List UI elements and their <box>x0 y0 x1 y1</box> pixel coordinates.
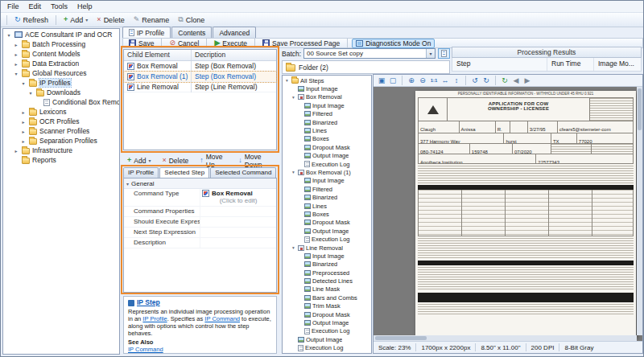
sidebar-item-separation-profiles[interactable]: ▸ Separation Profiles <box>3 136 119 146</box>
select-tool-icon[interactable]: ▣ <box>377 76 386 85</box>
sidebar-item-conditional-box-removal[interactable]: Conditional Box Removal <box>3 97 119 107</box>
vertical-scrollbar[interactable] <box>637 87 642 335</box>
rotate-right-icon[interactable]: ↻ <box>481 76 491 85</box>
expander-icon[interactable]: ▾ <box>20 80 27 86</box>
tree-item[interactable]: Lines <box>283 202 371 210</box>
save-button[interactable]: Save <box>126 39 157 48</box>
grid-row-line-removal[interactable]: Line Removal Step (Line Removal) <box>124 82 276 92</box>
expander-icon[interactable]: ▸ <box>13 51 19 57</box>
tab-selected-command[interactable]: Selected Command <box>210 167 276 178</box>
tree-item[interactable]: Binarized <box>283 118 371 126</box>
ip-command-link[interactable]: IP Command <box>204 315 240 322</box>
sidebar-item-infrastructure[interactable]: ▸ Infrastructure <box>3 146 119 155</box>
tree-item[interactable]: Output Image <box>283 335 371 343</box>
tree-item-box-removal[interactable]: ▾Box Removal <box>283 93 371 101</box>
tree-item[interactable]: Dropout Mask <box>283 219 371 227</box>
expander-icon[interactable]: ▸ <box>20 129 27 134</box>
diagnostics-mode-toggle[interactable]: Diagnostics Mode On <box>352 39 435 48</box>
refresh-view-icon[interactable]: ↻ <box>500 76 510 85</box>
command-properties-value[interactable] <box>200 207 276 216</box>
tree-item[interactable]: Dropout Mask <box>283 310 371 318</box>
tree-item[interactable]: Boxes <box>283 135 371 143</box>
actual-size-icon[interactable]: 1:1 <box>429 76 439 85</box>
sidebar-item-content-models[interactable]: ▸ Content Models <box>3 49 119 59</box>
refresh-button[interactable]: ↻ Refresh <box>10 15 52 25</box>
help-title-link[interactable]: IP Step <box>137 299 160 306</box>
grid-row-box-removal-1[interactable]: Box Removal (1) Step (Box Removal) <box>124 72 276 82</box>
chevron-down-icon[interactable]: ▾ <box>426 49 435 58</box>
sidebar-item-ip-profiles[interactable]: ▾ IP Profiles <box>3 78 119 88</box>
tree-item[interactable]: Execution Log <box>283 160 371 168</box>
batch-select[interactable]: 00 Source Set copy ▾ <box>303 48 436 59</box>
sidebar-item-ocr-profiles[interactable]: ▸ OCR Profiles <box>3 117 119 126</box>
execute-button[interactable]: ▶ Execute <box>211 39 250 48</box>
expander-icon[interactable]: ▸ <box>20 138 27 144</box>
tree-item[interactable]: Output Image <box>283 318 371 326</box>
tree-item[interactable]: Detected Lines <box>283 277 371 285</box>
viewer-canvas[interactable]: PERSONALLY IDENTIFIABLE INFORMATION - WI… <box>374 87 642 341</box>
expander-icon[interactable]: ▸ <box>13 148 19 154</box>
tree-item-all-steps[interactable]: ▾All Steps <box>283 76 371 84</box>
tree-item-box-removal-1[interactable]: ▾Box Removal (1) <box>283 168 371 176</box>
description-value[interactable] <box>200 238 276 248</box>
menu-tools[interactable]: Tools <box>46 2 72 11</box>
tree-item[interactable]: Dropout Mask <box>283 143 371 151</box>
previous-page-icon[interactable]: ◀ <box>511 76 521 85</box>
horizontal-scrollbar[interactable] <box>374 335 637 341</box>
tree-item[interactable]: Input Image <box>283 84 371 92</box>
expander-icon[interactable]: ▸ <box>13 42 19 47</box>
expander-icon[interactable]: ▾ <box>291 245 296 250</box>
tab-ip-profile[interactable]: IP Profile <box>122 27 171 38</box>
sidebar-item-data-extraction[interactable]: ▸ Data Extraction <box>3 59 119 68</box>
column-child-element[interactable]: Child Element <box>124 50 192 60</box>
tab-selected-step[interactable]: Selected Step <box>159 167 209 178</box>
column-image-mode[interactable]: Image Mo... <box>594 58 641 71</box>
expander-icon[interactable]: ▾ <box>284 78 290 83</box>
fit-width-icon[interactable]: ↔ <box>440 76 450 85</box>
zoom-window-icon[interactable]: ▢ <box>388 76 398 85</box>
property-group-general[interactable]: ▾ General <box>124 178 276 189</box>
tree-item[interactable]: Trim Mask <box>283 302 371 310</box>
rotate-left-icon[interactable]: ↺ <box>470 76 480 85</box>
tree-item-line-removal[interactable]: ▾Line Removal <box>283 244 371 252</box>
scrollbar-thumb[interactable] <box>375 336 427 340</box>
delete-step-button[interactable]: × Delete <box>158 156 192 166</box>
tree-item[interactable]: Output Image <box>283 152 371 160</box>
sidebar-item-root[interactable]: ▾ ACE Consultant IP and OCR <box>3 30 119 39</box>
tree-item[interactable]: Input Image <box>283 101 371 109</box>
next-page-icon[interactable]: ▶ <box>522 76 532 85</box>
tree-item[interactable]: Filtered <box>283 110 371 118</box>
expander-icon[interactable]: ▾ <box>6 32 12 38</box>
folder-node[interactable]: Folder (2) <box>282 60 450 74</box>
rename-button[interactable]: ✎ Rename <box>130 15 174 25</box>
zoom-out-icon[interactable]: ⊖ <box>418 76 427 85</box>
ip-command-see-also-link[interactable]: IP Command <box>128 346 163 353</box>
menu-file[interactable]: File <box>2 2 24 11</box>
tree-item[interactable]: Preprocessed <box>283 269 371 277</box>
expander-icon[interactable]: ▸ <box>20 119 27 125</box>
tree-item[interactable]: Line Mask <box>283 285 371 293</box>
tree-item[interactable]: Input Image <box>283 177 371 185</box>
tab-advanced[interactable]: Advanced <box>213 27 256 38</box>
tab-contents[interactable]: Contents <box>171 27 212 38</box>
next-step-value[interactable] <box>200 228 276 237</box>
tree-item[interactable]: Lines <box>283 126 371 134</box>
zoom-in-icon[interactable]: ⊕ <box>407 76 416 85</box>
tree-item[interactable]: Input Image <box>283 252 371 260</box>
grid-row-box-removal[interactable]: Box Removal Step (Box Removal) <box>124 61 276 72</box>
add-button[interactable]: + Add ▾ <box>60 15 92 25</box>
tree-item[interactable]: Output Image <box>283 227 371 235</box>
column-run-time[interactable]: Run Time <box>547 58 594 71</box>
menu-help[interactable]: Help <box>72 2 97 11</box>
tree-item[interactable]: Binarized <box>283 261 371 269</box>
expander-icon[interactable]: ▾ <box>27 90 34 96</box>
clone-button[interactable]: ⧉ Clone <box>174 15 208 25</box>
tree-item[interactable]: Binarized <box>283 193 371 201</box>
sidebar-item-batch-processing[interactable]: ▸ Batch Processing <box>3 39 119 49</box>
tree-item[interactable]: Filtered <box>283 185 371 193</box>
tree-item[interactable]: Execution Log <box>283 344 371 352</box>
expander-icon[interactable]: ▸ <box>20 109 27 115</box>
sidebar-item-reports[interactable]: Reports <box>3 155 119 165</box>
tab-detail-ip-profile[interactable]: IP Profile <box>123 167 159 178</box>
sidebar-item-downloads[interactable]: ▾ Downloads <box>3 88 119 97</box>
